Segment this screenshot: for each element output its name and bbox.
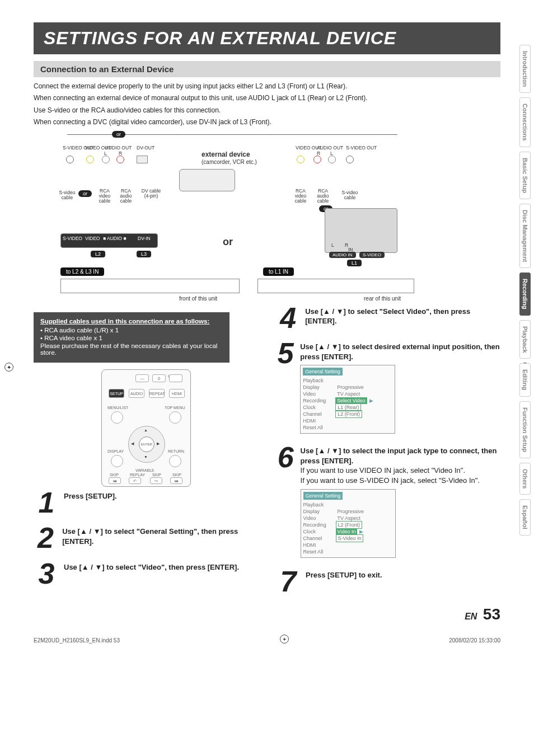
remote-btn-skip-next: ⏭: [170, 477, 182, 484]
supplied-b1: • RCA audio cable (L/R) x 1: [40, 327, 223, 334]
big-or: or: [223, 236, 233, 248]
step-num-7: 7: [275, 570, 301, 594]
gs2-i3: Recording: [303, 522, 336, 528]
gs1-i0: Playback: [303, 377, 335, 384]
intro-p3: Use S-video or the RCA audio/video cable…: [34, 106, 500, 115]
gs1-i3: Recording: [303, 397, 335, 404]
gs2-i5: Channel: [303, 535, 336, 542]
step-1-text: Press [SETUP].: [64, 492, 117, 500]
gs2-r1: Progressive: [336, 508, 366, 515]
or-pill-mid: or: [78, 190, 92, 197]
gs1-i1: Display: [303, 384, 335, 391]
step-5-text: Use [▲ / ▼] to select desired external i…: [300, 342, 500, 361]
gs2-i0: Playback: [303, 501, 336, 508]
gs1-i2: Video: [303, 391, 335, 397]
remote-btn-audio: AUDIO: [129, 389, 144, 398]
jack-audio-l-r: [328, 156, 336, 163]
crop-mark-bottom: ✦: [280, 635, 289, 644]
gs2-title: General Setting: [303, 492, 343, 500]
gs1-r1: Progressive: [335, 384, 366, 391]
jack-dv-l: [137, 156, 148, 163]
gs1-r5: L2 (Front): [335, 410, 362, 418]
lbl-audio-out-r: AUDIO OUT: [317, 145, 343, 151]
gs2-i7: Reset All: [303, 548, 336, 555]
footer-file: E2M20UD_H2160SL9_EN.indd 53: [34, 637, 120, 644]
remote-btn-enter[interactable]: ENTER: [139, 436, 154, 452]
step-7-text: Press [SETUP] to exit.: [306, 571, 382, 579]
gs1-i4: Clock: [303, 404, 335, 411]
supplied-heading: Supplied cables used in this connection …: [40, 318, 223, 325]
lbl-front-svideo: S-VIDEO: [63, 236, 82, 241]
remote-control: — CLEAR 0 SETUP AUDIO REPEAT HDMI MENU/L…: [101, 369, 191, 487]
lbl-rear-audio-in: AUDIO IN: [329, 252, 356, 258]
lbl-front-video: VIDEO: [85, 236, 100, 241]
remote-lbl-return: RETURN: [168, 449, 184, 453]
step-6-text: Use [▲ / ▼] to select the input jack typ…: [301, 447, 497, 465]
gs1-i7: Reset All: [303, 424, 335, 431]
jack-audio-r-l: [116, 156, 124, 163]
camcorder-icon: [179, 169, 235, 191]
remote-btn-skip-prev: ⏮: [109, 477, 121, 484]
gs2-r5: S-Video In: [336, 534, 364, 542]
remote-btn-replay: ↶: [129, 477, 141, 484]
lbl-rear-svideo: S-VIDEO: [359, 252, 385, 258]
intro-p2: When connecting an external device of mo…: [34, 93, 500, 103]
lbl-svideo-cable-l: S-video cable: [56, 190, 78, 201]
tab-connections[interactable]: Connections: [519, 97, 531, 147]
badge-l1: L1: [347, 260, 362, 266]
badge-to-l1: to L1 IN: [263, 267, 294, 276]
gs1-arrow: ▶: [369, 397, 373, 404]
lbl-front-dvin: DV-IN: [138, 236, 151, 241]
remote-btn-hdmi: HDMI: [169, 389, 185, 398]
caption-front: front of this unit: [179, 295, 217, 302]
page-title: SETTINGS FOR AN EXTERNAL DEVICE: [34, 22, 500, 54]
step-num-3: 3: [34, 562, 59, 586]
rear-of-unit: [257, 279, 414, 293]
step-num-2: 2: [34, 527, 58, 550]
remote-lbl-topmenu: TOP MENU: [165, 406, 185, 410]
gs2-i1: Display: [303, 508, 336, 515]
tab-editing[interactable]: Editing: [519, 363, 531, 396]
tab-others[interactable]: Others: [519, 463, 531, 495]
footer-date: 2008/02/20 15:33:00: [449, 637, 500, 644]
jack-svideo-l: [66, 156, 74, 163]
jack-video-l: [86, 156, 94, 163]
remote-btn-topmenu: [169, 411, 181, 424]
lbl-svideo-out-r: S-VIDEO OUT: [346, 145, 377, 151]
step-4-text: Use [▲ / ▼] to select "Select Video", th…: [305, 307, 470, 326]
remote-btn-clear: [169, 374, 182, 382]
step-6-b: If you want to use VIDEO IN jack, select…: [301, 466, 500, 476]
lbl-svideo-cable-r: S-video cable: [339, 190, 361, 201]
badge-l2: L2: [91, 251, 105, 257]
step-2-text: Use [▲ / ▼] to select "General Setting",…: [62, 527, 238, 546]
remote-btn-0: 0: [152, 374, 166, 382]
lbl-rca-audio-l: RCA audio cable: [116, 189, 135, 204]
tab-playback[interactable]: Playback: [519, 320, 531, 359]
lbl-rear-l: L: [331, 243, 334, 248]
tab-espanol[interactable]: Español: [519, 499, 531, 536]
tab-introduction[interactable]: Introduction: [519, 45, 531, 93]
supplied-b2: • RCA video cable x 1: [40, 335, 223, 341]
tab-function-setup[interactable]: Function Setup: [519, 401, 531, 458]
supplied-cables-box: Supplied cables used in this connection …: [34, 312, 229, 363]
step-6-c: If you want to use S-VIDEO IN jack, sele…: [301, 476, 500, 486]
jack-audio-r-r: [313, 156, 321, 163]
step-num-4: 4: [275, 307, 301, 330]
tab-recording[interactable]: Recording: [519, 273, 531, 315]
gs1-r2: TV Aspect: [335, 391, 362, 397]
side-tabs: Introduction Connections Basic Setup Dis…: [519, 45, 531, 536]
tab-basic-setup[interactable]: Basic Setup: [519, 152, 531, 199]
remote-lbl-replay: REPLAY: [130, 473, 145, 477]
or-pill-top: or: [112, 131, 125, 138]
remote-lbl-display: DISPLAY: [107, 449, 124, 453]
jack-audio-l-l: [102, 156, 110, 163]
ext-device-title: external device: [202, 151, 250, 158]
remote-lbl-skip-r: SKIP: [172, 473, 181, 477]
lbl-rca-video-l: RCA video cable: [95, 189, 114, 204]
remote-btn-minus: —: [135, 374, 149, 382]
tab-disc-management[interactable]: Disc Management: [519, 204, 531, 269]
remote-btn-repeat: REPEAT: [149, 389, 165, 398]
badge-to-l2-l3: to L2 & L3 IN: [60, 267, 104, 276]
remote-btn-setup[interactable]: SETUP: [109, 389, 124, 398]
step-num-6: 6: [275, 446, 296, 557]
